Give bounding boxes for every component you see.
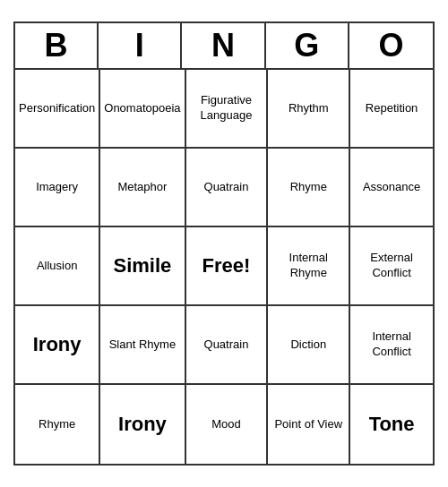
bingo-cell-10: Allusion (15, 227, 100, 306)
bingo-cell-23: Point of View (268, 385, 350, 464)
bingo-cell-13: Internal Rhyme (268, 227, 350, 306)
bingo-header: BINGO (15, 23, 433, 70)
bingo-cell-18: Diction (268, 306, 350, 385)
bingo-cell-4: Repetition (350, 70, 433, 149)
bingo-cell-3: Rhythm (268, 70, 350, 149)
bingo-cell-12: Free! (186, 227, 269, 306)
bingo-cell-11: Simile (100, 227, 185, 306)
bingo-cell-17: Quatrain (186, 306, 269, 385)
bingo-cell-20: Rhyme (15, 385, 100, 464)
bingo-cell-19: Internal Conflict (350, 306, 433, 385)
header-letter-I: I (99, 23, 182, 68)
bingo-cell-14: External Conflict (350, 227, 433, 306)
bingo-cell-24: Tone (350, 385, 433, 464)
bingo-cell-2: Figurative Language (186, 70, 269, 149)
bingo-cell-16: Slant Rhyme (100, 306, 185, 385)
header-letter-O: O (349, 23, 433, 68)
bingo-cell-9: Assonance (350, 149, 433, 227)
header-letter-N: N (182, 23, 265, 68)
bingo-card: BINGO PersonificationOnomatopoeiaFigurat… (13, 21, 435, 466)
bingo-cell-22: Mood (186, 385, 269, 464)
bingo-cell-0: Personification (15, 70, 100, 149)
bingo-cell-15: Irony (15, 306, 100, 385)
bingo-cell-1: Onomatopoeia (100, 70, 185, 149)
bingo-cell-7: Quatrain (186, 149, 269, 227)
bingo-cell-6: Metaphor (100, 149, 185, 227)
bingo-cell-21: Irony (100, 385, 185, 464)
bingo-cell-8: Rhyme (268, 149, 350, 227)
header-letter-G: G (266, 23, 349, 68)
bingo-grid: PersonificationOnomatopoeiaFigurative La… (15, 70, 433, 464)
header-letter-B: B (15, 23, 99, 68)
bingo-cell-5: Imagery (15, 149, 100, 227)
